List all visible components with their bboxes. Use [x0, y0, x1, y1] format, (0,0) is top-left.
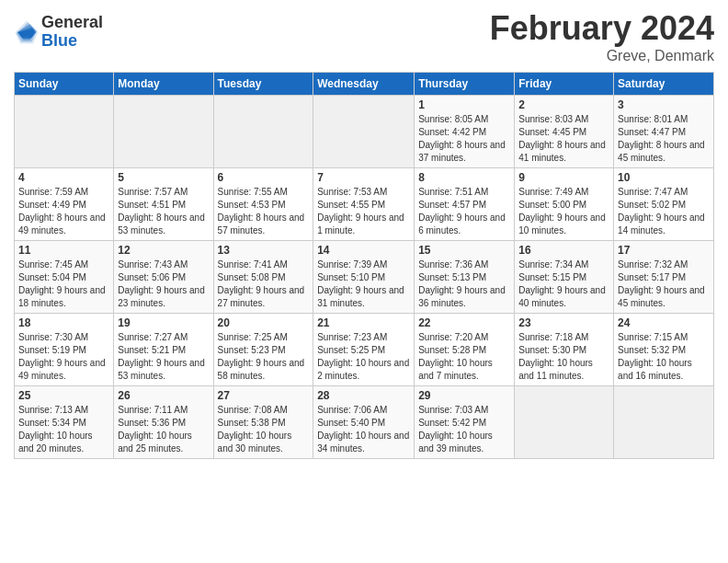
- day-number: 1: [418, 98, 510, 111]
- day-number: 5: [118, 171, 209, 184]
- day-info: Sunrise: 7:18 AMSunset: 5:30 PMDaylight:…: [518, 331, 609, 383]
- day-info: Sunrise: 7:45 AMSunset: 5:04 PMDaylight:…: [18, 259, 109, 310]
- calendar-cell: 14 Sunrise: 7:39 AMSunset: 5:10 PMDaylig…: [313, 241, 415, 314]
- calendar-cell: 13 Sunrise: 7:41 AMSunset: 5:08 PMDaylig…: [213, 241, 313, 314]
- calendar-cell: [614, 386, 714, 459]
- day-number: 23: [518, 316, 609, 329]
- calendar-cell: [313, 96, 415, 168]
- logo-icon: [14, 19, 40, 45]
- day-number: 26: [118, 389, 209, 402]
- day-number: 24: [618, 316, 710, 329]
- day-info: Sunrise: 7:41 AMSunset: 5:08 PMDaylight:…: [218, 259, 310, 310]
- day-number: 29: [418, 389, 510, 402]
- calendar-cell: 21 Sunrise: 7:23 AMSunset: 5:25 PMDaylig…: [313, 314, 415, 386]
- day-number: 16: [518, 244, 609, 257]
- day-number: 13: [218, 244, 310, 257]
- location-title: Greve, Denmark: [490, 48, 714, 64]
- calendar-cell: 5 Sunrise: 7:57 AMSunset: 4:51 PMDayligh…: [114, 168, 213, 241]
- day-info: Sunrise: 7:20 AMSunset: 5:28 PMDaylight:…: [418, 331, 510, 383]
- day-info: Sunrise: 7:30 AMSunset: 5:19 PMDaylight:…: [18, 331, 109, 383]
- calendar-cell: 15 Sunrise: 7:36 AMSunset: 5:13 PMDaylig…: [415, 241, 515, 314]
- calendar-cell: 26 Sunrise: 7:11 AMSunset: 5:36 PMDaylig…: [114, 386, 213, 459]
- day-info: Sunrise: 7:39 AMSunset: 5:10 PMDaylight:…: [317, 259, 410, 310]
- day-number: 10: [618, 171, 710, 184]
- title-area: February 2024 Greve, Denmark: [490, 9, 714, 64]
- calendar-cell: 23 Sunrise: 7:18 AMSunset: 5:30 PMDaylig…: [515, 314, 614, 386]
- day-info: Sunrise: 7:43 AMSunset: 5:06 PMDaylight:…: [118, 259, 209, 310]
- calendar-cell: 17 Sunrise: 7:32 AMSunset: 5:17 PMDaylig…: [614, 241, 714, 314]
- day-number: 3: [618, 98, 710, 111]
- day-info: Sunrise: 7:03 AMSunset: 5:42 PMDaylight:…: [418, 404, 510, 455]
- day-info: Sunrise: 7:47 AMSunset: 5:02 PMDaylight:…: [618, 186, 710, 237]
- day-number: 14: [317, 244, 410, 257]
- day-number: 22: [418, 316, 510, 329]
- day-number: 19: [118, 316, 209, 329]
- header-day-tuesday: Tuesday: [213, 73, 313, 96]
- logo: General Blue: [14, 14, 103, 51]
- calendar-cell: 18 Sunrise: 7:30 AMSunset: 5:19 PMDaylig…: [15, 314, 114, 386]
- day-info: Sunrise: 7:06 AMSunset: 5:40 PMDaylight:…: [317, 404, 410, 455]
- calendar-cell: 27 Sunrise: 7:08 AMSunset: 5:38 PMDaylig…: [213, 386, 313, 459]
- header: General Blue February 2024 Greve, Denmar…: [14, 9, 714, 64]
- day-info: Sunrise: 7:59 AMSunset: 4:49 PMDaylight:…: [18, 186, 109, 237]
- day-number: 2: [518, 98, 609, 111]
- day-info: Sunrise: 7:34 AMSunset: 5:15 PMDaylight:…: [518, 259, 609, 310]
- calendar-cell: 2 Sunrise: 8:03 AMSunset: 4:45 PMDayligh…: [515, 96, 614, 168]
- calendar-body: 1 Sunrise: 8:05 AMSunset: 4:42 PMDayligh…: [15, 96, 714, 459]
- calendar-cell: 28 Sunrise: 7:06 AMSunset: 5:40 PMDaylig…: [313, 386, 415, 459]
- logo-blue-text: Blue: [41, 32, 103, 51]
- calendar-table: SundayMondayTuesdayWednesdayThursdayFrid…: [14, 72, 714, 459]
- calendar-cell: 4 Sunrise: 7:59 AMSunset: 4:49 PMDayligh…: [15, 168, 114, 241]
- day-info: Sunrise: 7:27 AMSunset: 5:21 PMDaylight:…: [118, 331, 209, 383]
- day-number: 6: [218, 171, 310, 184]
- day-info: Sunrise: 7:49 AMSunset: 5:00 PMDaylight:…: [518, 186, 609, 237]
- day-number: 28: [317, 389, 410, 402]
- calendar-cell: 6 Sunrise: 7:55 AMSunset: 4:53 PMDayligh…: [213, 168, 313, 241]
- day-info: Sunrise: 8:01 AMSunset: 4:47 PMDaylight:…: [618, 113, 710, 165]
- header-day-saturday: Saturday: [614, 73, 714, 96]
- day-info: Sunrise: 8:05 AMSunset: 4:42 PMDaylight:…: [418, 113, 510, 165]
- day-number: 18: [18, 316, 109, 329]
- day-number: 17: [618, 244, 710, 257]
- day-number: 15: [418, 244, 510, 257]
- calendar-header-row: SundayMondayTuesdayWednesdayThursdayFrid…: [15, 73, 714, 96]
- logo-text: General Blue: [41, 14, 103, 51]
- day-number: 25: [18, 389, 109, 402]
- calendar-week-5: 25 Sunrise: 7:13 AMSunset: 5:34 PMDaylig…: [15, 386, 714, 459]
- calendar-cell: 10 Sunrise: 7:47 AMSunset: 5:02 PMDaylig…: [614, 168, 714, 241]
- day-info: Sunrise: 7:25 AMSunset: 5:23 PMDaylight:…: [218, 331, 310, 383]
- day-number: 27: [218, 389, 310, 402]
- day-info: Sunrise: 7:23 AMSunset: 5:25 PMDaylight:…: [317, 331, 410, 383]
- calendar-cell: [213, 96, 313, 168]
- month-title: February 2024: [490, 9, 714, 48]
- calendar-cell: 22 Sunrise: 7:20 AMSunset: 5:28 PMDaylig…: [415, 314, 515, 386]
- day-info: Sunrise: 7:13 AMSunset: 5:34 PMDaylight:…: [18, 404, 109, 455]
- header-day-sunday: Sunday: [15, 73, 114, 96]
- calendar-cell: 20 Sunrise: 7:25 AMSunset: 5:23 PMDaylig…: [213, 314, 313, 386]
- calendar-week-3: 11 Sunrise: 7:45 AMSunset: 5:04 PMDaylig…: [15, 241, 714, 314]
- day-number: 9: [518, 171, 609, 184]
- day-info: Sunrise: 7:32 AMSunset: 5:17 PMDaylight:…: [618, 259, 710, 310]
- calendar-cell: [114, 96, 213, 168]
- day-info: Sunrise: 7:57 AMSunset: 4:51 PMDaylight:…: [118, 186, 209, 237]
- day-number: 8: [418, 171, 510, 184]
- calendar-cell: 7 Sunrise: 7:53 AMSunset: 4:55 PMDayligh…: [313, 168, 415, 241]
- day-info: Sunrise: 7:36 AMSunset: 5:13 PMDaylight:…: [418, 259, 510, 310]
- calendar-cell: 9 Sunrise: 7:49 AMSunset: 5:00 PMDayligh…: [515, 168, 614, 241]
- calendar-cell: 8 Sunrise: 7:51 AMSunset: 4:57 PMDayligh…: [415, 168, 515, 241]
- day-number: 4: [18, 171, 109, 184]
- calendar-cell: 24 Sunrise: 7:15 AMSunset: 5:32 PMDaylig…: [614, 314, 714, 386]
- header-day-thursday: Thursday: [415, 73, 515, 96]
- day-info: Sunrise: 7:51 AMSunset: 4:57 PMDaylight:…: [418, 186, 510, 237]
- calendar-cell: 19 Sunrise: 7:27 AMSunset: 5:21 PMDaylig…: [114, 314, 213, 386]
- day-number: 21: [317, 316, 410, 329]
- calendar-cell: 3 Sunrise: 8:01 AMSunset: 4:47 PMDayligh…: [614, 96, 714, 168]
- day-number: 11: [18, 244, 109, 257]
- calendar-cell: [515, 386, 614, 459]
- calendar-cell: 29 Sunrise: 7:03 AMSunset: 5:42 PMDaylig…: [415, 386, 515, 459]
- day-number: 20: [218, 316, 310, 329]
- day-info: Sunrise: 7:15 AMSunset: 5:32 PMDaylight:…: [618, 331, 710, 383]
- day-info: Sunrise: 7:53 AMSunset: 4:55 PMDaylight:…: [317, 186, 410, 237]
- calendar-week-1: 1 Sunrise: 8:05 AMSunset: 4:42 PMDayligh…: [15, 96, 714, 168]
- day-info: Sunrise: 7:08 AMSunset: 5:38 PMDaylight:…: [218, 404, 310, 455]
